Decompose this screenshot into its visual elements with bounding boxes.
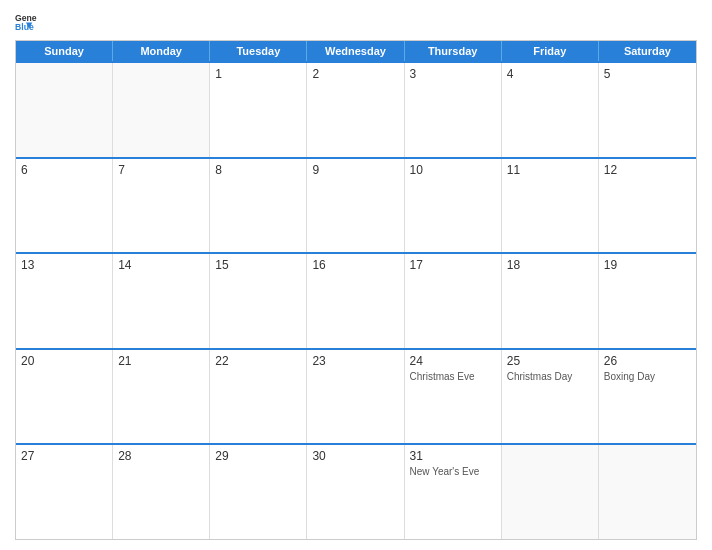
cal-cell: 13 (16, 254, 113, 348)
col-header-thursday: Thursday (405, 41, 502, 61)
day-number: 21 (118, 354, 204, 368)
cal-cell: 9 (307, 159, 404, 253)
day-number: 16 (312, 258, 398, 272)
cal-cell: 7 (113, 159, 210, 253)
day-number: 27 (21, 449, 107, 463)
cal-cell: 17 (405, 254, 502, 348)
cal-cell: 20 (16, 350, 113, 444)
day-number: 26 (604, 354, 691, 368)
day-number: 20 (21, 354, 107, 368)
calendar-event: New Year's Eve (410, 465, 496, 478)
cal-cell: 14 (113, 254, 210, 348)
cal-cell: 30 (307, 445, 404, 539)
header: General Blue (15, 10, 697, 32)
day-number: 25 (507, 354, 593, 368)
day-number: 6 (21, 163, 107, 177)
col-header-wednesday: Wednesday (307, 41, 404, 61)
calendar-body: 123456789101112131415161718192021222324C… (16, 61, 696, 539)
week-row-3: 13141516171819 (16, 252, 696, 348)
cal-cell: 6 (16, 159, 113, 253)
col-header-saturday: Saturday (599, 41, 696, 61)
col-header-friday: Friday (502, 41, 599, 61)
cal-cell: 31New Year's Eve (405, 445, 502, 539)
cal-cell: 3 (405, 63, 502, 157)
day-number: 5 (604, 67, 691, 81)
cal-cell: 16 (307, 254, 404, 348)
cal-cell: 25Christmas Day (502, 350, 599, 444)
week-row-2: 6789101112 (16, 157, 696, 253)
cal-cell (113, 63, 210, 157)
cal-cell: 11 (502, 159, 599, 253)
calendar-event: Christmas Day (507, 370, 593, 383)
day-number: 10 (410, 163, 496, 177)
day-number: 4 (507, 67, 593, 81)
calendar-event: Boxing Day (604, 370, 691, 383)
day-number: 7 (118, 163, 204, 177)
day-number: 19 (604, 258, 691, 272)
day-number: 28 (118, 449, 204, 463)
cal-cell: 15 (210, 254, 307, 348)
cal-cell: 22 (210, 350, 307, 444)
day-number: 13 (21, 258, 107, 272)
day-number: 31 (410, 449, 496, 463)
cal-cell (502, 445, 599, 539)
svg-text:Blue: Blue (15, 22, 34, 32)
day-number: 30 (312, 449, 398, 463)
col-header-monday: Monday (113, 41, 210, 61)
cal-cell: 28 (113, 445, 210, 539)
cal-cell: 1 (210, 63, 307, 157)
col-header-tuesday: Tuesday (210, 41, 307, 61)
day-number: 12 (604, 163, 691, 177)
calendar-page: General Blue SundayMondayTuesdayWednesda… (0, 0, 712, 550)
cal-cell: 2 (307, 63, 404, 157)
cal-cell: 4 (502, 63, 599, 157)
cal-cell: 19 (599, 254, 696, 348)
logo: General Blue (15, 10, 41, 32)
day-number: 9 (312, 163, 398, 177)
day-number: 15 (215, 258, 301, 272)
cal-cell: 26Boxing Day (599, 350, 696, 444)
day-number: 17 (410, 258, 496, 272)
week-row-4: 2021222324Christmas Eve25Christmas Day26… (16, 348, 696, 444)
cal-cell: 29 (210, 445, 307, 539)
day-number: 2 (312, 67, 398, 81)
cal-cell (16, 63, 113, 157)
day-number: 14 (118, 258, 204, 272)
week-row-5: 2728293031New Year's Eve (16, 443, 696, 539)
day-number: 18 (507, 258, 593, 272)
day-number: 11 (507, 163, 593, 177)
calendar-header-row: SundayMondayTuesdayWednesdayThursdayFrid… (16, 41, 696, 61)
cal-cell: 8 (210, 159, 307, 253)
day-number: 24 (410, 354, 496, 368)
week-row-1: 12345 (16, 61, 696, 157)
day-number: 8 (215, 163, 301, 177)
cal-cell: 27 (16, 445, 113, 539)
logo-icon: General Blue (15, 10, 37, 32)
day-number: 22 (215, 354, 301, 368)
cal-cell: 24Christmas Eve (405, 350, 502, 444)
cal-cell (599, 445, 696, 539)
cal-cell: 21 (113, 350, 210, 444)
day-number: 29 (215, 449, 301, 463)
cal-cell: 18 (502, 254, 599, 348)
cal-cell: 10 (405, 159, 502, 253)
day-number: 3 (410, 67, 496, 81)
cal-cell: 5 (599, 63, 696, 157)
day-number: 1 (215, 67, 301, 81)
col-header-sunday: Sunday (16, 41, 113, 61)
cal-cell: 12 (599, 159, 696, 253)
calendar-event: Christmas Eve (410, 370, 496, 383)
cal-cell: 23 (307, 350, 404, 444)
svg-text:General: General (15, 13, 37, 23)
calendar-grid: SundayMondayTuesdayWednesdayThursdayFrid… (15, 40, 697, 540)
day-number: 23 (312, 354, 398, 368)
